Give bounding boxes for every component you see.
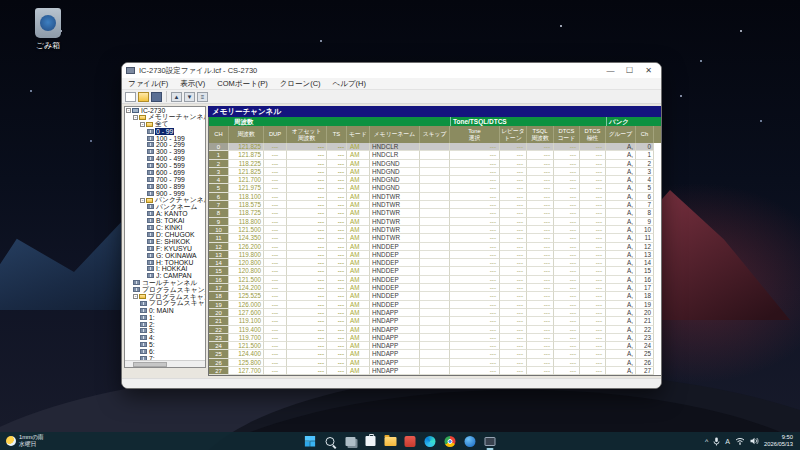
cell-tone[interactable]: --- <box>450 234 500 242</box>
cell-bank-ch[interactable]: 16 <box>636 276 654 284</box>
cell-ch[interactable]: 12 <box>209 243 229 251</box>
cell-dtcs-polarity[interactable]: --- <box>580 317 606 325</box>
cell-tone[interactable]: --- <box>450 359 500 367</box>
cell-dtcs-polarity[interactable]: --- <box>580 251 606 259</box>
open-file-icon[interactable] <box>138 92 149 102</box>
cell-dtcs-polarity[interactable]: --- <box>580 151 606 159</box>
cell-ts[interactable]: --- <box>327 359 347 367</box>
cell-ch[interactable]: 23 <box>209 334 229 342</box>
cell-dup[interactable]: --- <box>264 326 287 334</box>
cell-bank-ch[interactable]: 25 <box>636 350 654 358</box>
tree-item[interactable]: G: OKINAWA <box>125 252 205 259</box>
cell-ts[interactable]: --- <box>327 309 347 317</box>
tree-item[interactable]: 0: MAIN <box>125 307 205 314</box>
cell-ch[interactable]: 9 <box>209 218 229 226</box>
cell-skip[interactable] <box>420 151 450 159</box>
cell-name[interactable]: HNDAPP <box>370 309 420 317</box>
cell-freq[interactable]: 121.500 <box>229 226 264 234</box>
cell-skip[interactable] <box>420 326 450 334</box>
cell-tone[interactable]: --- <box>450 350 500 358</box>
cell-name[interactable]: HNDDEP <box>370 243 420 251</box>
cell-bank-ch[interactable]: 5 <box>636 184 654 192</box>
cell-group[interactable]: A, <box>606 218 636 226</box>
cell-group[interactable]: A, <box>606 317 636 325</box>
cell-ts[interactable]: --- <box>327 342 347 350</box>
cell-skip[interactable] <box>420 367 450 375</box>
cell-group[interactable]: A, <box>606 234 636 242</box>
cell-freq[interactable]: 124.400 <box>229 350 264 358</box>
cell-repeater-tone[interactable]: --- <box>500 326 527 334</box>
cell-dup[interactable]: --- <box>264 151 287 159</box>
cell-dtcs-polarity[interactable]: --- <box>580 359 606 367</box>
cell-offset[interactable]: --- <box>287 243 327 251</box>
cell-dtcs-code[interactable]: --- <box>554 218 580 226</box>
cell-tone[interactable]: --- <box>450 143 500 151</box>
cell-ts[interactable]: --- <box>327 276 347 284</box>
cell-repeater-tone[interactable]: --- <box>500 292 527 300</box>
taskbar-icon-blue-app[interactable] <box>464 435 477 448</box>
cell-group[interactable]: A, <box>606 251 636 259</box>
cell-dtcs-polarity[interactable]: --- <box>580 326 606 334</box>
cell-skip[interactable] <box>420 143 450 151</box>
cell-name[interactable]: HNDAPP <box>370 367 420 375</box>
cell-group[interactable]: A, <box>606 309 636 317</box>
cell-tsql[interactable]: --- <box>527 243 554 251</box>
cell-dup[interactable]: --- <box>264 251 287 259</box>
cell-freq[interactable]: 118.225 <box>229 160 264 168</box>
cell-dtcs-polarity[interactable]: --- <box>580 143 606 151</box>
cell-bank-ch[interactable]: 23 <box>636 334 654 342</box>
cell-offset[interactable]: --- <box>287 234 327 242</box>
tree-expander-icon[interactable]: - <box>133 115 138 120</box>
cell-name[interactable]: HNDGND <box>370 168 420 176</box>
microphone-icon[interactable] <box>713 437 720 446</box>
cell-offset[interactable]: --- <box>287 276 327 284</box>
tree-item[interactable]: -プログラムスキャンリンク <box>125 293 205 300</box>
cell-ts[interactable]: --- <box>327 143 347 151</box>
cell-name[interactable]: HNDDEP <box>370 292 420 300</box>
cell-skip[interactable] <box>420 284 450 292</box>
cell-tsql[interactable]: --- <box>527 209 554 217</box>
tree-expander-icon[interactable]: - <box>133 294 138 299</box>
cell-offset[interactable]: --- <box>287 209 327 217</box>
cell-name[interactable]: HNDAPP <box>370 326 420 334</box>
cell-repeater-tone[interactable]: --- <box>500 317 527 325</box>
cell-freq[interactable]: 119.100 <box>229 317 264 325</box>
cell-ch[interactable]: 17 <box>209 284 229 292</box>
cell-dtcs-polarity[interactable]: --- <box>580 168 606 176</box>
cell-tsql[interactable]: --- <box>527 326 554 334</box>
cell-freq[interactable]: 124.350 <box>229 234 264 242</box>
cell-ch[interactable]: 16 <box>209 276 229 284</box>
cell-repeater-tone[interactable]: --- <box>500 160 527 168</box>
cell-repeater-tone[interactable]: --- <box>500 334 527 342</box>
tree-item[interactable]: E: SHIKOK <box>125 238 205 245</box>
cell-dtcs-polarity[interactable]: --- <box>580 218 606 226</box>
cell-freq[interactable]: 120.800 <box>229 267 264 275</box>
cell-dtcs-code[interactable]: --- <box>554 160 580 168</box>
cell-ts[interactable]: --- <box>327 151 347 159</box>
cell-skip[interactable] <box>420 350 450 358</box>
cell-mode[interactable]: AM <box>347 168 370 176</box>
cell-tone[interactable]: --- <box>450 259 500 267</box>
cell-dtcs-polarity[interactable]: --- <box>580 160 606 168</box>
cell-repeater-tone[interactable]: --- <box>500 350 527 358</box>
cell-dup[interactable]: --- <box>264 284 287 292</box>
tray-expand-icon[interactable]: ^ <box>705 438 708 445</box>
cell-tsql[interactable]: --- <box>527 226 554 234</box>
cell-name[interactable]: HNDDEP <box>370 251 420 259</box>
cell-bank-ch[interactable]: 6 <box>636 193 654 201</box>
tree-item[interactable]: -バンクチャンネル <box>125 197 205 204</box>
tree-item[interactable]: プログラムスキャンエッジ <box>125 286 205 293</box>
cell-dtcs-code[interactable]: --- <box>554 326 580 334</box>
taskbar-icon-explorer[interactable] <box>384 435 397 448</box>
cell-dup[interactable]: --- <box>264 342 287 350</box>
cell-ch[interactable]: 27 <box>209 367 229 375</box>
cell-tsql[interactable]: --- <box>527 259 554 267</box>
cell-dtcs-polarity[interactable]: --- <box>580 284 606 292</box>
cell-freq[interactable]: 119.800 <box>229 251 264 259</box>
cell-name[interactable]: HNDDEP <box>370 284 420 292</box>
cell-dtcs-polarity[interactable]: --- <box>580 201 606 209</box>
cell-dtcs-polarity[interactable]: --- <box>580 334 606 342</box>
cell-mode[interactable]: AM <box>347 317 370 325</box>
cell-group[interactable]: A, <box>606 301 636 309</box>
tree-item[interactable]: J: CAMPAN <box>125 272 205 279</box>
